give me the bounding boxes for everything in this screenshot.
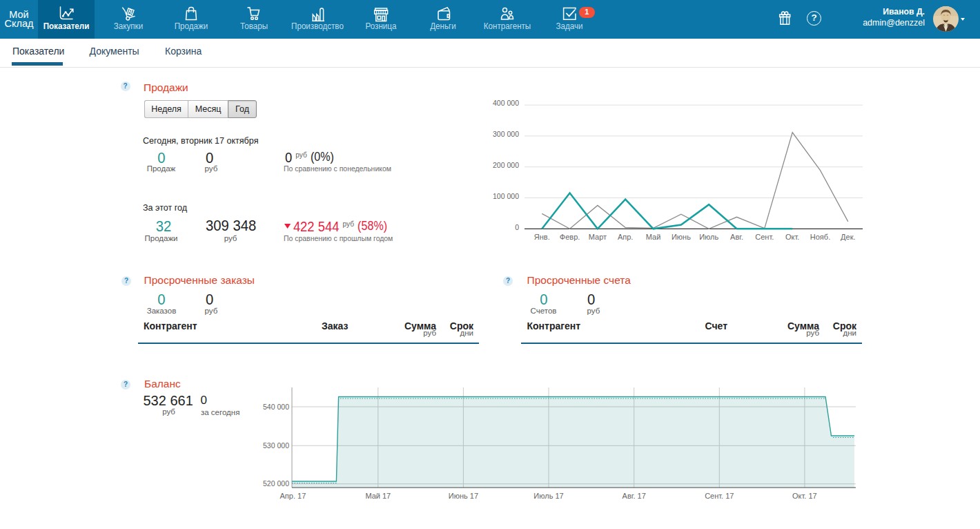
svg-text:Сент.: Сент. xyxy=(755,233,774,241)
svg-text:Апр.: Апр. xyxy=(618,233,633,241)
svg-text:Май 17: Май 17 xyxy=(365,492,391,500)
svg-text:Май: Май xyxy=(646,233,661,241)
svg-text:Сент. 17: Сент. 17 xyxy=(705,492,734,500)
svg-text:530 000: 530 000 xyxy=(263,441,289,450)
svg-text:400 000: 400 000 xyxy=(493,99,519,107)
svg-text:Окт.: Окт. xyxy=(785,233,799,241)
svg-text:Июнь 17: Июнь 17 xyxy=(449,492,478,500)
svg-text:Нояб.: Нояб. xyxy=(810,233,830,241)
svg-text:Март: Март xyxy=(589,233,607,241)
svg-text:Июнь: Июнь xyxy=(672,233,691,241)
svg-text:520 000: 520 000 xyxy=(263,479,289,488)
svg-text:300 000: 300 000 xyxy=(493,130,519,138)
svg-text:100 000: 100 000 xyxy=(493,192,519,200)
svg-text:540 000: 540 000 xyxy=(263,403,289,411)
svg-text:Окт. 17: Окт. 17 xyxy=(792,492,817,500)
svg-text:Февр.: Февр. xyxy=(560,233,580,241)
svg-text:Апр. 17: Апр. 17 xyxy=(280,492,306,500)
svg-text:200 000: 200 000 xyxy=(493,161,519,169)
svg-text:Янв.: Янв. xyxy=(534,233,550,241)
svg-text:0: 0 xyxy=(515,223,519,231)
svg-text:Дек.: Дек. xyxy=(841,233,855,241)
svg-text:Июль: Июль xyxy=(699,233,718,241)
svg-text:Июль 17: Июль 17 xyxy=(533,492,563,500)
svg-text:Авг.: Авг. xyxy=(730,233,743,241)
svg-text:Авг. 17: Авг. 17 xyxy=(623,492,646,500)
